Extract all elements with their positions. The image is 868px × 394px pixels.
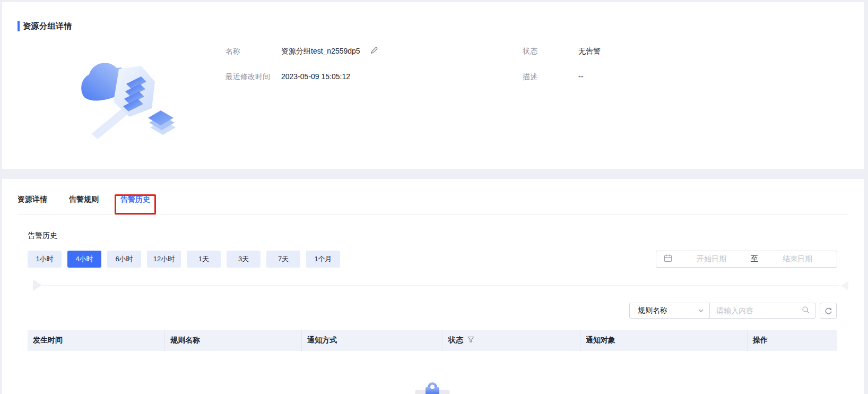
start-date-placeholder[interactable]: 开始日期 [672, 254, 751, 264]
search-row: 规则名称 [629, 303, 837, 319]
modified-time-label: 最近修改时间 [225, 72, 270, 82]
strip-divider [42, 285, 839, 286]
search-field-select[interactable]: 规则名称 [629, 303, 710, 319]
resource-group-detail-card: 资源分组详情 [2, 2, 864, 169]
refresh-button[interactable] [820, 303, 837, 319]
strip-right-arrow-icon [840, 281, 848, 290]
range-button-6h[interactable]: 6小时 [107, 251, 141, 268]
tab-alarm-history[interactable]: 告警历史 [120, 195, 150, 207]
search-box [709, 303, 815, 319]
range-button-3d[interactable]: 3天 [227, 251, 261, 268]
refresh-icon [824, 307, 832, 315]
search-input[interactable] [716, 306, 802, 315]
modified-time-value: 2023-05-09 15:05:12 [281, 72, 350, 81]
column-header-rule-name: 规则名称 [164, 330, 301, 351]
title-accent-bar [18, 21, 20, 31]
name-label: 名称 [225, 47, 240, 56]
range-button-4h[interactable]: 4小时 [67, 251, 101, 268]
page: 资源分组详情 [0, 0, 868, 394]
status-value: 无告警 [578, 47, 601, 56]
description-label: 描述 [523, 72, 537, 82]
end-date-placeholder[interactable]: 结束日期 [758, 254, 837, 264]
column-header-actions: 操作 [747, 330, 837, 351]
range-button-1h[interactable]: 1小时 [28, 251, 62, 268]
search-field-select-value: 规则名称 [638, 306, 698, 315]
status-filter-icon[interactable] [467, 336, 474, 345]
column-header-status: 状态 [442, 330, 580, 351]
page-title: 资源分组详情 [23, 21, 72, 31]
time-range-group: 1小时 4小时 6小时 12小时 1天 3天 7天 1个月 [28, 251, 340, 268]
empty-state-icon [411, 382, 454, 394]
date-range-picker[interactable]: 开始日期 至 结束日期 [656, 251, 837, 268]
tab-alarm-rules[interactable]: 告警规则 [69, 195, 99, 207]
range-button-1d[interactable]: 1天 [187, 251, 221, 268]
range-button-12h[interactable]: 12小时 [147, 251, 181, 268]
description-value: -- [578, 72, 583, 81]
column-header-notify-target: 通知对象 [580, 330, 747, 351]
range-button-1mo[interactable]: 1个月 [306, 251, 340, 268]
search-icon[interactable] [802, 306, 810, 316]
edit-name-icon[interactable] [370, 46, 378, 55]
chevron-down-icon [698, 307, 704, 314]
alarm-history-table-header: 发生时间 规则名称 通知方式 状态 通知对象 操作 [28, 330, 837, 351]
column-header-notify-method: 通知方式 [301, 330, 442, 351]
resource-group-illustration-icon [76, 53, 177, 146]
calendar-icon [664, 254, 672, 264]
date-range-separator: 至 [751, 254, 758, 264]
alarm-history-section-title: 告警历史 [28, 231, 57, 241]
tab-resource-detail[interactable]: 资源详情 [18, 195, 47, 207]
status-label: 状态 [523, 47, 537, 56]
name-value: 资源分组test_n2559dp5 [281, 47, 360, 56]
column-header-occur-time: 发生时间 [28, 330, 164, 351]
tab-divider [18, 215, 848, 215]
tabs-content-card: 资源详情 告警规则 告警历史 告警历史 1小时 4小时 6小时 12小时 1天 … [2, 179, 864, 394]
range-button-7d[interactable]: 7天 [266, 251, 300, 268]
strip-left-arrow-icon [33, 279, 42, 291]
